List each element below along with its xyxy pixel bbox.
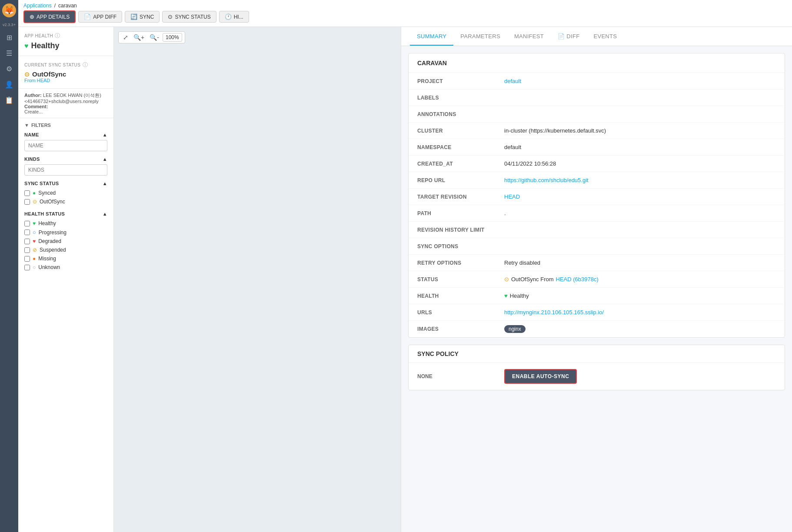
cluster-value: in-cluster (https://kubernetes.default.s… — [504, 127, 776, 134]
suspended-icon: ⊘ — [33, 247, 37, 253]
author-section: Author: LEE SEOK HWAN (이석환) <41466732+sh… — [18, 89, 113, 118]
breadcrumb: Applications / caravan — [23, 0, 787, 10]
outofsync-checkbox[interactable] — [24, 199, 30, 205]
tab-diff[interactable]: 📄 DIFF — [551, 27, 586, 46]
health-option-progressing[interactable]: ○ Progressing — [24, 228, 107, 237]
detail-row-sync-options: SYNC OPTIONS — [409, 238, 785, 255]
degraded-checkbox[interactable] — [24, 239, 30, 244]
missing-checkbox[interactable] — [24, 256, 30, 262]
sync-button[interactable]: 🔄 SYNC — [125, 11, 160, 23]
suspended-checkbox[interactable] — [24, 247, 30, 253]
detail-row-retry-options: RETRY OPTIONS Retry disabled — [409, 255, 785, 271]
canvas-area: ⤢ 🔍+ 🔍- 100% — [114, 27, 401, 532]
progressing-checkbox[interactable] — [24, 229, 30, 235]
detail-card: CARAVAN PROJECT default LABELS ANNOTATIO… — [408, 53, 785, 338]
comment-line: Comment: — [24, 104, 107, 109]
health-heart-detail-icon: ♥ — [504, 293, 508, 299]
sync-option-outofsync[interactable]: ⊙ OutOfSync — [24, 197, 107, 206]
health-status-filter-header[interactable]: HEALTH STATUS ▲ — [24, 211, 107, 216]
health-text: Healthy — [31, 41, 60, 50]
status-value: ⊙ OutOfSync From HEAD (6b3978c) — [504, 276, 776, 283]
main-area: Applications / caravan ⊕ APP DETAILS 📄 A… — [18, 0, 792, 532]
app-diff-icon: 📄 — [84, 13, 91, 20]
healthy-checkbox[interactable] — [24, 221, 30, 226]
detail-row-repo-url: REPO URL https://github.com/shclub/edu5.… — [409, 172, 785, 189]
path-value: . — [504, 210, 776, 216]
kinds-filter-header[interactable]: KINDS ▲ — [24, 156, 107, 162]
enable-auto-sync-button[interactable]: ENABLE AUTO-SYNC — [504, 369, 577, 384]
app-details-icon: ⊕ — [30, 13, 34, 20]
sync-value: ⊙ OutOfSync — [24, 70, 107, 78]
synced-checkbox[interactable] — [24, 190, 30, 196]
health-option-missing[interactable]: ● Missing — [24, 254, 107, 263]
history-button[interactable]: 🕐 HI... — [219, 11, 249, 23]
top-bar: Applications / caravan ⊕ APP DETAILS 📄 A… — [18, 0, 792, 27]
created-at-value: 04/11/2022 10:56:28 — [504, 160, 776, 167]
project-link[interactable]: default — [504, 78, 521, 84]
kinds-input[interactable] — [24, 164, 107, 176]
toolbar: ⊕ APP DETAILS 📄 APP DIFF 🔄 SYNC ⊙ SYNC S… — [23, 10, 787, 27]
health-detail-value: ♥ Healthy — [504, 293, 776, 299]
tab-events[interactable]: EVENTS — [586, 27, 624, 46]
unknown-icon: ○ — [33, 264, 36, 270]
fit-screen-button[interactable]: ⤢ — [121, 33, 130, 42]
sync-status-filter-header[interactable]: SYNC STATUS ▲ — [24, 181, 107, 186]
tab-bar: SUMMARY PARAMETERS MANIFEST 📄 DIFF EVENT… — [401, 27, 792, 46]
missing-icon: ● — [33, 256, 36, 262]
synced-icon: ● — [33, 190, 36, 196]
filter-header: ▼ FILTERS — [24, 123, 107, 128]
target-revision-link[interactable]: HEAD — [504, 193, 520, 200]
detail-row-cluster: CLUSTER in-cluster (https://kubernetes.d… — [409, 123, 785, 139]
degraded-icon: ♥ — [33, 238, 36, 244]
filter-area: ▼ FILTERS NAME ▲ KINDS ▲ — [18, 118, 113, 281]
nav-icon-menu[interactable]: ☰ — [2, 46, 16, 60]
status-head-link[interactable]: HEAD (6b3978c) — [556, 276, 599, 283]
health-option-suspended[interactable]: ⊘ Suspended — [24, 246, 107, 254]
detail-row-status: STATUS ⊙ OutOfSync From HEAD (6b3978c) — [409, 271, 785, 288]
unknown-checkbox[interactable] — [24, 265, 30, 270]
nav-icon-apps[interactable]: ⊞ — [2, 30, 16, 44]
zoom-in-button[interactable]: 🔍+ — [132, 33, 146, 42]
repo-url-link[interactable]: https://github.com/shclub/edu5.git — [504, 177, 589, 183]
sync-status-button[interactable]: ⊙ SYNC STATUS — [162, 11, 216, 23]
zoom-level: 100% — [163, 33, 182, 42]
app-details-button[interactable]: ⊕ APP DETAILS — [23, 10, 76, 23]
name-filter-header[interactable]: NAME ▲ — [24, 132, 107, 137]
nav-icon-settings[interactable]: ⚙ — [2, 62, 16, 76]
nav-icon-docs[interactable]: 📋 — [2, 93, 16, 107]
detail-row-created-at: CREATED_AT 04/11/2022 10:56:28 — [409, 156, 785, 172]
avatar: 🦊 — [2, 3, 16, 17]
right-panel: SUMMARY PARAMETERS MANIFEST 📄 DIFF EVENT… — [401, 27, 792, 532]
health-value: ♥ Healthy — [24, 41, 107, 50]
status-text: OutOfSync From — [511, 276, 554, 283]
healthy-icon: ♥ — [33, 220, 36, 226]
nav-icon-user[interactable]: 👤 — [2, 77, 16, 91]
health-status-filter-section: HEALTH STATUS ▲ ♥ Healthy ○ Progressing — [24, 211, 107, 272]
app-diff-button[interactable]: 📄 APP DIFF — [78, 11, 122, 23]
sync-option-synced[interactable]: ● Synced — [24, 189, 107, 197]
detail-row-annotations: ANNOTATIONS — [409, 106, 785, 123]
nginx-badge: nginx — [504, 325, 526, 333]
sync-policy-row: NONE ENABLE AUTO-SYNC — [409, 363, 785, 390]
detail-row-urls: URLs http://mynginx.210.106.105.165.ssli… — [409, 304, 785, 321]
url-link[interactable]: http://mynginx.210.106.105.165.sslip.io/ — [504, 309, 604, 316]
sync-policy-title: SYNC POLICY — [409, 345, 785, 363]
app-health-section: APP HEALTH ⓘ ♥ Healthy — [18, 27, 113, 56]
health-option-healthy[interactable]: ♥ Healthy — [24, 219, 107, 228]
name-input[interactable] — [24, 140, 107, 151]
sync-icon: 🔄 — [130, 13, 137, 20]
breadcrumb-app-name: caravan — [58, 3, 77, 9]
nav-bar: 🦊 v2.3.3+ ⊞ ☰ ⚙ 👤 📋 — [0, 0, 18, 532]
tab-manifest[interactable]: MANIFEST — [507, 27, 551, 46]
card-title: CARAVAN — [409, 53, 785, 73]
health-option-degraded[interactable]: ♥ Degraded — [24, 237, 107, 246]
kinds-filter-section: KINDS ▲ — [24, 156, 107, 176]
zoom-out-button[interactable]: 🔍- — [148, 33, 161, 42]
breadcrumb-applications[interactable]: Applications — [23, 3, 52, 9]
status-outofsync-icon: ⊙ — [504, 276, 509, 283]
health-option-unknown[interactable]: ○ Unknown — [24, 263, 107, 272]
detail-row-health: HEALTH ♥ Healthy — [409, 288, 785, 304]
sync-status-filter-section: SYNC STATUS ▲ ● Synced ⊙ OutOfSync — [24, 181, 107, 206]
tab-summary[interactable]: SUMMARY — [410, 27, 453, 46]
tab-parameters[interactable]: PARAMETERS — [453, 27, 507, 46]
